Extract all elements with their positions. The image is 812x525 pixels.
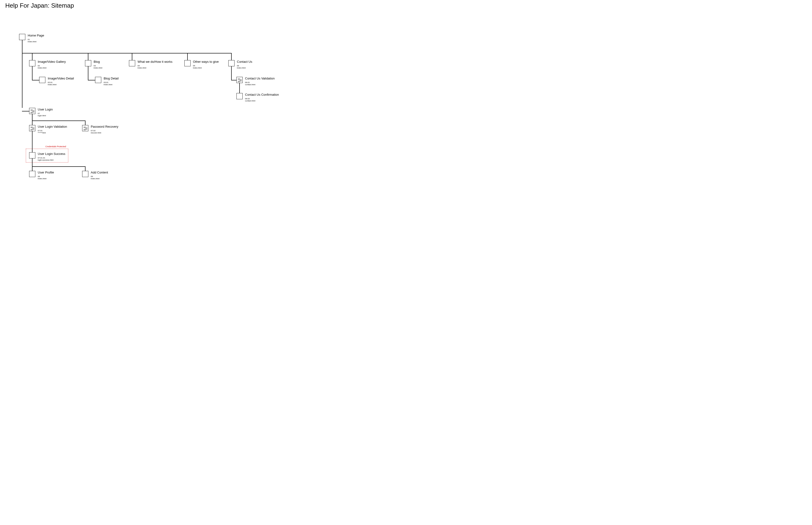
node-label: Blog xyxy=(93,60,100,63)
node-file: index.html xyxy=(38,178,46,180)
node-label: User Profile xyxy=(38,170,54,174)
node-file: index.html xyxy=(28,41,36,43)
node-label: Password Recovery xyxy=(91,125,118,129)
form-lines-icon xyxy=(238,78,242,82)
node-label: Other ways to give xyxy=(193,60,219,63)
page-icon xyxy=(39,77,45,83)
connector xyxy=(32,166,86,167)
node-file: index.html xyxy=(193,67,202,69)
node-file: login.html xyxy=(38,115,46,117)
node-label: Contact Us Confirmation xyxy=(245,93,279,96)
form-page-icon xyxy=(82,125,88,131)
node-label: User Login Success xyxy=(38,152,66,155)
node-file: index.html xyxy=(48,84,56,86)
connector xyxy=(32,131,32,152)
connector xyxy=(32,121,32,125)
page-icon xyxy=(95,77,101,83)
connector xyxy=(22,111,29,111)
node-number: 03 xyxy=(93,65,96,67)
page-icon xyxy=(129,60,135,66)
form-page-icon xyxy=(29,108,35,114)
node-file: ******html xyxy=(38,132,46,134)
node-file: index.html xyxy=(237,67,246,69)
node-label: Blog Detail xyxy=(104,77,119,80)
node-label: Home Page xyxy=(28,34,44,37)
node-file: index.html xyxy=(137,67,146,69)
connector xyxy=(32,121,86,121)
form-lines-icon xyxy=(31,109,34,113)
connector xyxy=(22,40,23,108)
node-number: 07.01 xyxy=(38,130,43,132)
node-file: index.html xyxy=(91,178,99,180)
node-label: Image/Video Gallery xyxy=(38,60,66,63)
page-icon xyxy=(29,60,35,66)
node-number: 06.01 xyxy=(245,81,250,84)
node-file: index.html xyxy=(38,67,46,69)
page-icon xyxy=(29,152,35,159)
node-number: 04 xyxy=(137,65,140,67)
page-icon xyxy=(236,93,243,99)
page-icon xyxy=(85,60,91,66)
node-file: recover.html xyxy=(91,132,101,134)
node-label: Add Content xyxy=(91,170,108,174)
connector xyxy=(88,53,88,60)
node-file: index.html xyxy=(104,84,112,86)
page-icon xyxy=(184,60,191,66)
node-number: 08 xyxy=(38,175,40,178)
node-label: User Login Validation xyxy=(38,125,67,129)
credentials-protected-label: Credentials Protected xyxy=(45,145,66,148)
node-number: 06 xyxy=(237,65,239,67)
connector xyxy=(32,159,32,166)
node-file: index.html xyxy=(93,67,102,69)
node-number: 03.01 xyxy=(104,81,108,84)
page-icon xyxy=(82,171,88,177)
form-page-icon xyxy=(236,77,243,83)
node-number: 09 xyxy=(91,175,93,178)
page-icon xyxy=(29,171,35,177)
connector xyxy=(32,166,32,171)
connector xyxy=(88,80,95,80)
connector xyxy=(32,53,32,60)
node-file: login-success.html xyxy=(38,159,54,161)
node-number: 07.01.01 xyxy=(38,157,45,159)
sitemap-canvas: Help For Japan: Sitemap Home Page 01 ind… xyxy=(0,0,334,216)
connector xyxy=(239,83,240,93)
node-number: 07 xyxy=(38,112,40,115)
connector xyxy=(132,53,132,60)
node-label: Contact Us xyxy=(237,60,252,63)
node-number: 06.02 xyxy=(245,97,250,100)
page-title: Help For Japan: Sitemap xyxy=(5,2,74,9)
node-file: contact.html xyxy=(245,84,255,86)
node-number: 02.01 xyxy=(48,81,53,84)
form-lines-icon xyxy=(84,126,87,130)
connector xyxy=(85,166,86,171)
connector xyxy=(32,66,32,80)
node-file: contact.html xyxy=(245,100,255,102)
node-number: 07.02 xyxy=(91,130,96,132)
node-number: 02 xyxy=(38,65,40,67)
node-label: Image/Video Detail xyxy=(48,77,74,80)
form-page-icon xyxy=(29,125,35,131)
node-label: User Login xyxy=(38,108,53,111)
connector xyxy=(32,114,32,121)
node-number: 01 xyxy=(28,39,30,41)
form-lines-icon xyxy=(31,126,34,130)
connector xyxy=(85,121,86,125)
node-number: 05 xyxy=(193,65,195,67)
connector xyxy=(231,53,232,60)
connector xyxy=(231,80,236,80)
connector xyxy=(32,80,39,80)
connector xyxy=(187,53,188,60)
connector xyxy=(88,66,88,80)
connector xyxy=(22,53,232,54)
page-icon xyxy=(228,60,234,66)
page-icon xyxy=(19,34,25,40)
node-label: What we do/How it works xyxy=(137,60,172,63)
connector xyxy=(231,66,232,80)
node-label: Contact Us Validation xyxy=(245,77,275,80)
